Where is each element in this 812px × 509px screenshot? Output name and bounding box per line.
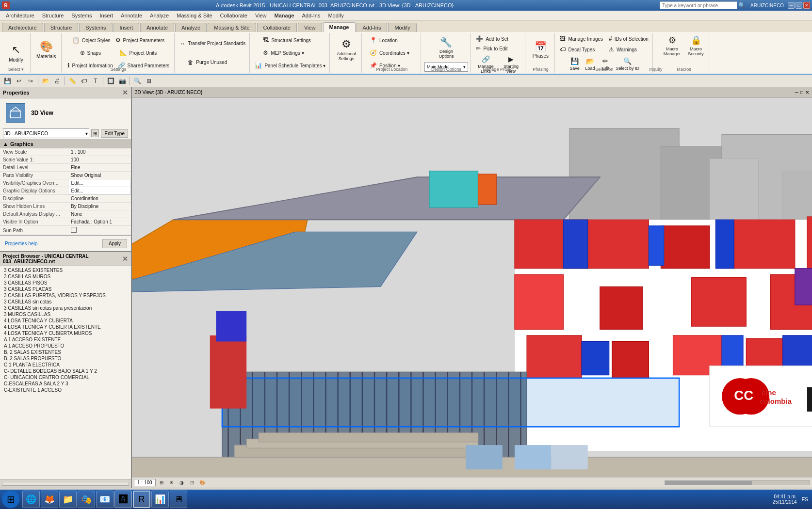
menu-addins[interactable]: Add-Ins bbox=[298, 11, 325, 20]
design-options-button[interactable]: 🔧 DesignOptions bbox=[432, 34, 461, 61]
structural-settings-button[interactable]: 🏗 Structural Settings bbox=[261, 35, 319, 45]
browser-item-7[interactable]: 3 MUROS CASILLAS bbox=[0, 311, 131, 318]
browser-item-12[interactable]: A 1 ACCESO PROPUESTO bbox=[0, 343, 131, 349]
decal-types-button[interactable]: 🏷 Decal Types bbox=[558, 45, 605, 54]
toolbar-open[interactable]: 📂 bbox=[40, 76, 51, 86]
browser-item-10[interactable]: 4 LOSA TECNICA Y CUBIERTA MUROS bbox=[0, 330, 131, 336]
viewport-minimize[interactable]: ─ bbox=[795, 90, 798, 95]
ids-selection-button[interactable]: # IDs of Selection bbox=[607, 34, 650, 44]
taskbar-folder[interactable]: 📁 bbox=[59, 491, 77, 508]
menu-analyze[interactable]: Analyze bbox=[146, 11, 173, 20]
coordinates-button[interactable]: 🧭 Coordinates ▾ bbox=[368, 48, 416, 58]
modify-button[interactable]: ↖ Modify bbox=[4, 37, 28, 68]
snaps-button[interactable]: ⊕ Snaps bbox=[78, 48, 117, 58]
tab-architecture[interactable]: Architecture bbox=[2, 23, 43, 32]
additional-settings-button[interactable]: ⚙ AdditionalSettings bbox=[333, 34, 359, 65]
menu-manage[interactable]: Manage bbox=[271, 11, 298, 20]
warnings-button[interactable]: ⚠ Warnings bbox=[607, 45, 650, 54]
materials-button[interactable]: 🎨 Materials bbox=[33, 34, 59, 65]
toolbar-3d[interactable]: 🔲 bbox=[105, 76, 116, 86]
browser-item-5[interactable]: 3 CASILLAS sin cotas bbox=[0, 299, 131, 305]
menu-structure[interactable]: Structure bbox=[38, 11, 68, 20]
properties-close[interactable]: ✕ bbox=[122, 89, 128, 96]
macro-security-button[interactable]: 🔒 MacroSecurity bbox=[685, 34, 707, 57]
transfer-standards-button[interactable]: ↔ Transfer Project Standards bbox=[178, 39, 247, 48]
browser-item-4[interactable]: 3 CASILLAS PUERTAS, VIDRIOS Y ESPEJOS bbox=[0, 292, 131, 299]
properties-scroll[interactable]: View Scale 1 : 100 Scale Value 1: 100 De… bbox=[0, 148, 131, 236]
tab-analyze[interactable]: Analyze bbox=[175, 23, 207, 32]
browser-item-1[interactable]: 3 CASILLAS MUROS bbox=[0, 273, 131, 280]
project-parameters-button[interactable]: ⚙ Project Parameters bbox=[114, 35, 167, 45]
browser-item-14[interactable]: B, 2 SALAS PROPUESTO bbox=[0, 355, 131, 362]
browser-item-18[interactable]: C-ESCALERAS A SALA 2 Y 3 bbox=[0, 381, 131, 387]
properties-help-link[interactable]: Properties help bbox=[2, 239, 40, 248]
menu-annotate[interactable]: Annotate bbox=[117, 11, 146, 20]
tab-structure[interactable]: Structure bbox=[44, 23, 79, 32]
menu-architecture[interactable]: Architecture bbox=[2, 11, 38, 20]
browser-close[interactable]: ✕ bbox=[122, 255, 128, 263]
tab-collaborate[interactable]: Collaborate bbox=[257, 23, 297, 32]
shadows-toggle[interactable]: ◑ bbox=[178, 478, 186, 487]
toolbar-measure[interactable]: 📏 bbox=[67, 76, 78, 86]
search-icon[interactable]: 🔍 bbox=[738, 2, 746, 9]
graphics-section-header[interactable]: ▲ Graphics bbox=[0, 140, 131, 148]
phases-button[interactable]: 📅 Phases bbox=[528, 34, 552, 65]
browser-item-6[interactable]: 3 CASILLAS sin cotas para presentacion bbox=[0, 305, 131, 311]
toolbar-redo[interactable]: ↪ bbox=[25, 76, 36, 86]
manage-images-button[interactable]: 🖼 Manage Images bbox=[558, 34, 605, 44]
browser-item-8[interactable]: 4 LOSA TECNICA Y CUBIERTA bbox=[0, 318, 131, 324]
edit-type-button[interactable]: Edit Type bbox=[101, 129, 128, 138]
browser-item-9[interactable]: 4 LOSA TECNICA Y CUBIERTA EXISTENTE bbox=[0, 324, 131, 330]
tab-systems[interactable]: Systems bbox=[79, 23, 112, 32]
view-controls[interactable]: ⊞ bbox=[157, 478, 166, 487]
browser-item-2[interactable]: 3 CASILLAS PISOS bbox=[0, 280, 131, 286]
taskbar-program5[interactable]: 📧 bbox=[96, 491, 114, 508]
taskbar-revit[interactable]: R bbox=[133, 491, 150, 508]
toolbar-text[interactable]: T bbox=[90, 76, 101, 86]
browser-item-19[interactable]: C-EXISTENTE 1 ACCESO bbox=[0, 387, 131, 393]
val-vg[interactable]: Edit... bbox=[68, 179, 131, 187]
project-info-button[interactable]: ℹ Project Information bbox=[65, 61, 115, 70]
taskbar-program4[interactable]: 🎭 bbox=[78, 491, 95, 508]
tab-insert[interactable]: Insert bbox=[114, 23, 140, 32]
menu-massing[interactable]: Massing & Site bbox=[173, 11, 216, 20]
tab-manage[interactable]: Manage bbox=[323, 22, 356, 32]
search-input[interactable] bbox=[660, 1, 737, 9]
toolbar-print[interactable]: 🖨 bbox=[52, 76, 63, 86]
taskbar-firefox[interactable]: 🦊 bbox=[41, 491, 58, 508]
browser-item-16[interactable]: C- DETALLE BODEGAS BAJO SALA 1 Y 2 bbox=[0, 368, 131, 374]
scale-display[interactable]: 1 : 100 bbox=[134, 479, 156, 486]
apply-button[interactable]: Apply bbox=[102, 239, 127, 248]
browser-item-0[interactable]: 3 CASILLAS EXISTENTES bbox=[0, 267, 131, 273]
mep-settings-button[interactable]: ⚙ MEP Settings ▾ bbox=[261, 48, 319, 58]
tab-modify[interactable]: Modify bbox=[388, 23, 416, 32]
toolbar-tag[interactable]: 🏷 bbox=[79, 76, 89, 86]
tab-massing[interactable]: Massing & Site bbox=[208, 23, 256, 32]
object-styles-button[interactable]: 📋 Object Styles bbox=[70, 35, 113, 45]
toolbar-save[interactable]: 💾 bbox=[2, 76, 13, 86]
tab-view[interactable]: View bbox=[298, 23, 322, 32]
menu-insert[interactable]: Insert bbox=[96, 11, 117, 20]
horizontal-scrollbar[interactable] bbox=[665, 480, 810, 485]
sun-toggle[interactable]: ☀ bbox=[167, 478, 176, 487]
browser-hscroll[interactable] bbox=[2, 482, 129, 486]
maximize-button[interactable]: □ bbox=[796, 2, 802, 9]
taskbar-powerpoint[interactable]: 📊 bbox=[151, 491, 169, 508]
taskbar-ie[interactable]: 🌐 bbox=[22, 491, 40, 508]
crop-toggle[interactable]: ⊡ bbox=[188, 478, 196, 487]
pick-to-edit-button[interactable]: ✏ Pick to Edit bbox=[474, 44, 522, 53]
browser-item-3[interactable]: 3 CASILLAS PLACAS bbox=[0, 286, 131, 292]
small-icon-btn[interactable]: ⊞ bbox=[91, 129, 99, 137]
toolbar-zoom[interactable]: 🔍 bbox=[132, 76, 143, 86]
tab-annotate[interactable]: Annotate bbox=[140, 23, 174, 32]
browser-item-13[interactable]: B, 2 SALAS EXISTENTES bbox=[0, 349, 131, 355]
tab-addins[interactable]: Add-Ins bbox=[357, 23, 388, 32]
viewport-close[interactable]: ✕ bbox=[805, 90, 809, 95]
menu-systems[interactable]: Systems bbox=[67, 11, 96, 20]
browser-item-15[interactable]: C 1 PLANTA ELECTRICA bbox=[0, 362, 131, 368]
val-graphic-display[interactable]: Edit... bbox=[68, 187, 131, 195]
purge-unused-button[interactable]: 🗑 Purge Unused bbox=[186, 58, 239, 67]
scroll-thumb[interactable] bbox=[665, 481, 752, 485]
panel-schedule-button[interactable]: 📊 Panel Schedule Templates ▾ bbox=[253, 61, 327, 70]
browser-item-17[interactable]: C- UBICACION CENTRO COMERCIAL bbox=[0, 374, 131, 381]
